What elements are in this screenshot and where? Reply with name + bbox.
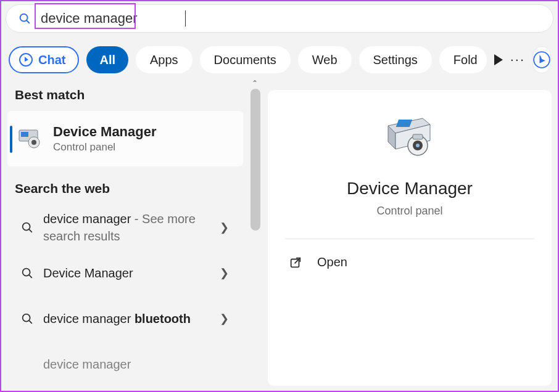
filter-apps[interactable]: Apps <box>136 46 193 73</box>
search-web-heading: Search the web <box>1 166 262 205</box>
web-result-bold: bluetooth <box>135 312 191 325</box>
open-action[interactable]: Open <box>285 239 534 269</box>
svg-point-20 <box>416 144 420 147</box>
web-result-label: device manager <box>43 356 233 373</box>
details-subtitle: Control panel <box>376 205 442 218</box>
web-result-prefix: device manager <box>43 312 135 325</box>
filter-settings[interactable]: Settings <box>359 46 432 73</box>
filter-chat[interactable]: Chat <box>9 46 79 73</box>
chevron-right-icon[interactable]: ❯ <box>215 221 233 234</box>
best-match-item[interactable]: Device Manager Control panel <box>7 111 243 166</box>
filter-web-label: Web <box>312 53 337 67</box>
filter-web[interactable]: Web <box>298 46 352 73</box>
web-result-0[interactable]: device manager - See more search results… <box>9 205 236 250</box>
filter-apps-label: Apps <box>150 53 178 67</box>
search-icon <box>16 12 33 25</box>
content-area: ⌃ Best match Device Manager Cont <box>1 81 558 391</box>
play-icon <box>494 54 503 65</box>
web-result-prefix: device manager <box>43 212 131 226</box>
search-icon <box>11 266 43 280</box>
search-bar[interactable] <box>6 4 553 33</box>
results-column: ⌃ Best match Device Manager Cont <box>1 81 262 391</box>
web-result-3[interactable]: device manager <box>9 341 236 387</box>
best-match-subtitle: Control panel <box>53 141 157 153</box>
web-result-prefix: Device Manager <box>43 266 133 280</box>
web-result-label: device manager bluetooth <box>43 310 215 327</box>
svg-line-13 <box>29 321 31 323</box>
open-label: Open <box>317 255 347 269</box>
text-caret <box>185 10 186 27</box>
filter-row: Chat All Apps Documents Web Settings Fol… <box>9 46 550 74</box>
svg-rect-5 <box>21 132 28 137</box>
best-match-text: Device Manager Control panel <box>53 124 157 153</box>
search-input-wrap <box>37 8 547 29</box>
filter-chat-label: Chat <box>38 53 65 67</box>
web-result-2[interactable]: device manager bluetooth ❯ <box>9 296 236 341</box>
filter-overflow[interactable]: ··· <box>510 46 525 73</box>
svg-rect-17 <box>396 120 412 127</box>
scrollbar[interactable] <box>251 89 260 385</box>
search-icon <box>11 312 43 325</box>
selection-accent <box>10 126 12 153</box>
filter-documents-label: Documents <box>214 53 276 67</box>
filter-folders-label: Fold <box>453 53 478 67</box>
search-window: Chat All Apps Documents Web Settings Fol… <box>0 0 559 392</box>
details-hero: Device Manager Control panel <box>285 115 534 218</box>
bing-button[interactable] <box>532 46 551 73</box>
filter-documents[interactable]: Documents <box>200 46 291 73</box>
best-match-heading: Best match <box>1 81 262 111</box>
svg-rect-21 <box>413 134 423 139</box>
svg-point-7 <box>31 140 36 145</box>
web-result-1[interactable]: Device Manager ❯ <box>9 250 236 296</box>
search-icon <box>11 221 43 234</box>
filter-settings-label: Settings <box>373 53 418 67</box>
web-result-label: Device Manager <box>43 264 215 282</box>
svg-line-1 <box>27 20 29 23</box>
scrollbar-thumb[interactable] <box>251 89 260 231</box>
open-external-icon <box>289 256 302 269</box>
details-column: Device Manager Control panel Open <box>262 81 558 391</box>
device-manager-icon <box>17 126 42 151</box>
bing-chat-icon <box>19 52 33 67</box>
filter-all[interactable]: All <box>86 46 128 73</box>
web-result-prefix: device manager <box>43 357 131 371</box>
filter-all-label: All <box>99 53 115 67</box>
filter-folders[interactable]: Fold <box>439 46 487 73</box>
filter-scroll-right[interactable] <box>494 46 503 73</box>
details-panel: Device Manager Control panel Open <box>268 90 552 386</box>
search-input[interactable] <box>37 8 185 29</box>
web-result-label: device manager - See more search results <box>43 210 215 245</box>
device-manager-icon <box>382 115 437 160</box>
bing-icon <box>533 51 550 68</box>
svg-line-11 <box>29 275 31 277</box>
chevron-right-icon[interactable]: ❯ <box>215 266 233 280</box>
chevron-right-icon[interactable]: ❯ <box>215 312 233 325</box>
more-icon: ··· <box>510 52 525 68</box>
best-match-title: Device Manager <box>53 124 157 140</box>
svg-line-9 <box>29 229 31 232</box>
details-title: Device Manager <box>347 179 473 198</box>
scroll-up-arrow[interactable]: ⌃ <box>251 79 259 88</box>
